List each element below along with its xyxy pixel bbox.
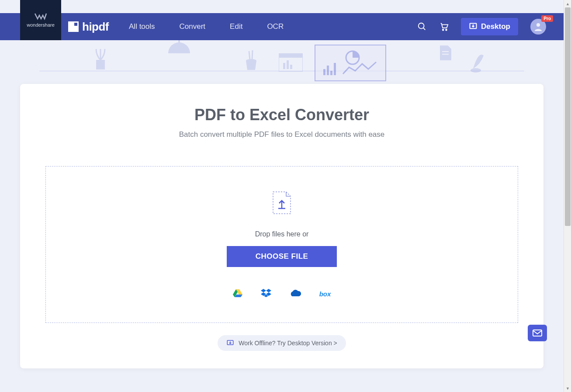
- nav-edit[interactable]: Edit: [230, 22, 242, 31]
- desktop-button-label: Desktop: [481, 22, 510, 31]
- svg-point-5: [536, 23, 540, 27]
- box-icon[interactable]: box: [319, 290, 331, 298]
- download-small-icon: [226, 340, 234, 347]
- google-drive-icon[interactable]: [233, 289, 242, 299]
- charts-panel-icon: [315, 45, 386, 81]
- download-icon: [469, 22, 478, 31]
- scroll-up-icon[interactable]: ▲: [564, 0, 571, 7]
- lamp-icon: [166, 40, 192, 56]
- avatar[interactable]: Pro: [530, 19, 546, 35]
- hipdf-logo-icon: [68, 21, 79, 32]
- plant-icon: [90, 45, 111, 71]
- drop-text: Drop files here or: [255, 230, 309, 238]
- nav-ocr[interactable]: OCR: [267, 22, 284, 31]
- hero-decoration: [0, 40, 564, 84]
- hipdf-logo[interactable]: hipdf: [68, 20, 109, 34]
- svg-marker-27: [261, 289, 266, 292]
- choose-file-button[interactable]: CHOOSE FILE: [227, 246, 337, 267]
- mail-fab[interactable]: [528, 325, 547, 341]
- work-offline-button[interactable]: Work Offline? Try Desktop Version >: [218, 335, 346, 351]
- svg-line-8: [249, 51, 250, 60]
- desktop-button[interactable]: Desktop: [461, 18, 518, 35]
- svg-line-1: [423, 28, 426, 30]
- svg-rect-15: [290, 65, 292, 69]
- wondershare-label: wondershare: [27, 22, 55, 28]
- main-card: PDF to Excel Converter Batch convert mul…: [20, 84, 543, 368]
- wondershare-logo-icon: [35, 13, 47, 21]
- scroll-thumb[interactable]: [565, 7, 571, 226]
- chart-window-icon: [279, 53, 303, 72]
- svg-rect-19: [334, 63, 336, 75]
- onedrive-icon[interactable]: [290, 289, 301, 299]
- search-icon[interactable]: [417, 22, 427, 31]
- svg-point-23: [471, 68, 481, 73]
- svg-point-2: [443, 29, 444, 31]
- pro-badge: Pro: [541, 15, 553, 22]
- page-subtitle: Batch convert multiple PDF files to Exce…: [179, 130, 385, 139]
- svg-line-9: [252, 50, 253, 60]
- hipdf-logo-text: hipdf: [82, 20, 109, 34]
- svg-rect-18: [330, 71, 332, 75]
- vertical-scrollbar[interactable]: ▲ ▼: [564, 0, 571, 392]
- nav-all-tools[interactable]: All tools: [129, 22, 155, 31]
- svg-point-0: [419, 23, 424, 29]
- svg-rect-16: [323, 69, 325, 75]
- top-navbar: wondershare hipdf All tools Convert Edit…: [0, 13, 564, 40]
- svg-rect-6: [96, 60, 105, 69]
- file-dropzone[interactable]: Drop files here or CHOOSE FILE box: [45, 166, 518, 323]
- pencil-cup-icon: [245, 49, 258, 71]
- page-title: PDF to Excel Converter: [194, 106, 369, 124]
- svg-rect-7: [178, 40, 180, 45]
- dropbox-icon[interactable]: [261, 289, 271, 299]
- mail-icon: [533, 330, 542, 336]
- wondershare-block[interactable]: wondershare: [20, 0, 61, 40]
- nav-convert[interactable]: Convert: [180, 22, 206, 31]
- svg-point-3: [446, 29, 447, 31]
- svg-rect-14: [287, 60, 289, 69]
- svg-rect-13: [283, 63, 285, 69]
- feather-icon: [470, 49, 487, 73]
- work-offline-label: Work Offline? Try Desktop Version >: [239, 340, 337, 347]
- svg-rect-12: [279, 53, 303, 58]
- upload-file-icon: [271, 190, 292, 217]
- scroll-down-icon[interactable]: ▼: [564, 385, 571, 392]
- user-icon: [533, 21, 543, 32]
- document-icon: [439, 45, 452, 61]
- svg-rect-33: [533, 330, 542, 336]
- svg-marker-28: [266, 289, 271, 292]
- svg-rect-17: [327, 66, 329, 75]
- cart-icon[interactable]: [439, 22, 449, 31]
